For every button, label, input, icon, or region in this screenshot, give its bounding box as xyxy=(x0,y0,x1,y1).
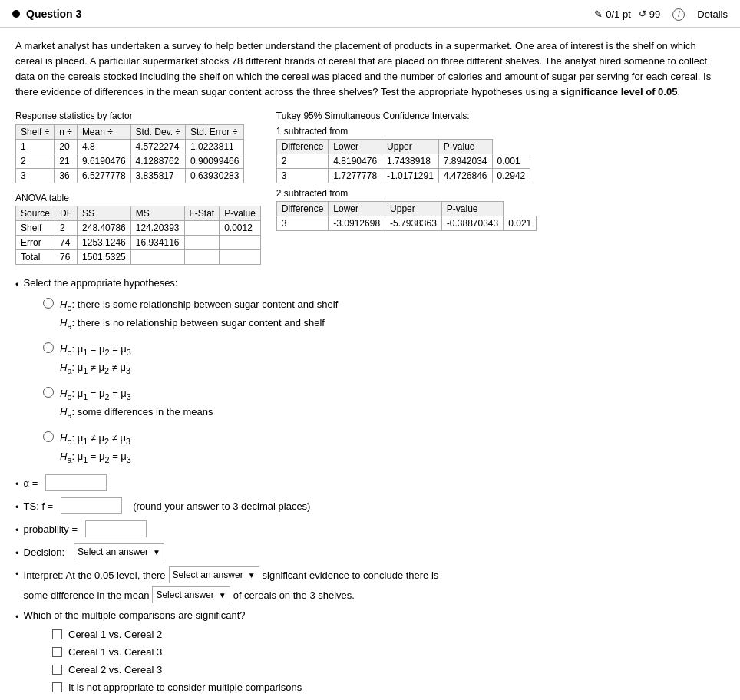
table-row: 2 4.8190476 1.7438918 7.8942034 0.001 xyxy=(276,154,530,169)
radio-circle-3[interactable] xyxy=(43,387,54,398)
checkbox-label-3: Cereal 2 vs. Cereal 3 xyxy=(68,664,162,675)
bullet-icon-mc: • xyxy=(15,611,19,622)
refresh-icon: ↺ xyxy=(639,8,646,19)
radio-option-1[interactable]: Ho: there is some relationship between s… xyxy=(43,296,725,333)
question-label: Question 3 xyxy=(12,8,81,20)
checkbox-label-1: Cereal 1 vs. Cereal 2 xyxy=(68,629,162,640)
radio-option-3[interactable]: Ho: μ1 = μ2 = μ3 Ha: some differences in… xyxy=(43,385,725,422)
hypothesis-2-text: Ho: μ1 = μ2 = μ3 Ha: μ1 ≠ μ2 ≠ μ3 xyxy=(60,341,131,378)
right-tables: Tukey 95% Simultaneous Confidence Interv… xyxy=(276,111,725,231)
interpret-content: Interpret: At the 0.05 level, there Sele… xyxy=(24,566,725,603)
table-row: 2 21 9.6190476 4.1288762 0.90099466 xyxy=(16,154,244,169)
interpret-prefix: Interpret: At the 0.05 level, there xyxy=(24,570,166,581)
anova-table: Source DF SS MS F-Stat P-value Shelf 2 2… xyxy=(15,206,261,265)
chevron-down-icon-2: ▼ xyxy=(248,571,256,579)
table-row: Total 76 1501.5325 xyxy=(16,250,261,265)
interpret-second-line: some difference in the mean Select answe… xyxy=(24,586,355,603)
tukey-section2-subtitle: 2 subtracted from xyxy=(276,188,725,199)
tukey-title: Tukey 95% Simultaneous Confidence Interv… xyxy=(276,111,725,121)
checkbox-label-4: It is not appropriate to consider multip… xyxy=(68,682,302,693)
score-text: 0/1 pt xyxy=(606,8,631,20)
col-n: n ÷ xyxy=(55,125,78,140)
header-right: ✎ 0/1 pt ↺ 99 i Details xyxy=(594,8,728,21)
alpha-item: • α = xyxy=(15,474,725,491)
col-stderr: Std. Error ÷ xyxy=(186,125,244,140)
tukey-section1-subtitle: 1 subtracted from xyxy=(276,126,725,137)
col-mean: Mean ÷ xyxy=(77,125,130,140)
ts-note: (round your answer to 3 decimal places) xyxy=(133,500,310,512)
checkbox-label-2: Cereal 1 vs. Cereal 3 xyxy=(68,646,162,658)
bullet-icon-prob: • xyxy=(15,524,19,536)
checkbox-3[interactable] xyxy=(52,665,62,675)
main-content: A market analyst has undertaken a survey… xyxy=(0,28,740,701)
interpret-middle: significant evidence to conclude there i… xyxy=(263,570,439,581)
multiple-comparisons-item: • Which of the multiple comparisons are … xyxy=(15,609,725,622)
decision-dropdown[interactable]: Select an answer ▼ xyxy=(74,543,164,560)
hypotheses-item: • Select the appropriate hypotheses: xyxy=(15,277,725,290)
hypotheses-label: Select the appropriate hypotheses: xyxy=(24,277,178,289)
table-row: 3 36 6.5277778 3.835817 0.63930283 xyxy=(16,169,244,183)
hypothesis-1-text: Ho: there is some relationship between s… xyxy=(60,296,338,333)
ts-item: • TS: f = (round your answer to 3 decima… xyxy=(15,497,725,514)
tables-row: Response statistics by factor Shelf ÷ n … xyxy=(15,111,725,265)
radio-circle-1[interactable] xyxy=(43,298,54,309)
alpha-label: α = xyxy=(24,477,38,489)
table-row: Shelf 2 248.40786 124.20393 0.0012 xyxy=(16,221,261,236)
ts-label: TS: f = xyxy=(24,500,54,512)
interpret-dropdown-2[interactable]: Select answer ▼ xyxy=(152,586,230,603)
interpret-end: of cereals on the 3 shelves. xyxy=(233,589,355,601)
bullet-icon-alpha: • xyxy=(15,478,19,490)
probability-label: probability = xyxy=(24,523,78,535)
score-badge: ✎ 0/1 pt ↺ 99 xyxy=(594,8,660,20)
checkbox-option-3[interactable]: Cereal 2 vs. Cereal 3 xyxy=(52,664,725,675)
checkbox-1[interactable] xyxy=(52,629,62,639)
bullet-icon-interpret: • xyxy=(15,568,19,579)
tries-text: 99 xyxy=(649,8,660,20)
radio-circle-4[interactable] xyxy=(43,431,54,442)
bullet-icon: • xyxy=(15,279,19,290)
table-row: 3 1.7277778 -1.0171291 4.4726846 0.2942 xyxy=(276,169,530,183)
tukey-table-2: Difference Lower Upper P-value 3 -3.0912… xyxy=(276,201,537,231)
chevron-down-icon: ▼ xyxy=(153,548,160,556)
ts-input[interactable] xyxy=(61,497,122,514)
checkbox-4[interactable] xyxy=(52,682,62,692)
table-row: 3 -3.0912698 -5.7938363 -0.38870343 0.02… xyxy=(276,216,536,231)
interpret-dropdown-1[interactable]: Select an answer ▼ xyxy=(169,566,259,583)
radio-option-4[interactable]: Ho: μ1 ≠ μ2 ≠ μ3 Ha: μ1 = μ2 = μ3 xyxy=(43,430,725,467)
question-title: Question 3 xyxy=(26,8,81,20)
hypothesis-4-text: Ho: μ1 ≠ μ2 ≠ μ3 Ha: μ1 = μ2 = μ3 xyxy=(60,430,131,467)
interpret-item: • Interpret: At the 0.05 level, there Se… xyxy=(15,566,725,603)
tukey-table-1: Difference Lower Upper P-value 2 4.81904… xyxy=(276,139,530,183)
left-tables: Response statistics by factor Shelf ÷ n … xyxy=(15,111,261,265)
col-stddev: Std. Dev. ÷ xyxy=(130,125,185,140)
radio-group-hypotheses: Ho: there is some relationship between s… xyxy=(43,296,725,467)
info-icon: i xyxy=(672,8,685,21)
checkbox-option-1[interactable]: Cereal 1 vs. Cereal 2 xyxy=(52,629,725,640)
details-link[interactable]: Details xyxy=(697,8,728,20)
table-row: 1 20 4.8 4.5722274 1.0223811 xyxy=(16,140,244,154)
multiple-comparisons-label: Which of the multiple comparisons are si… xyxy=(24,609,246,621)
anova-title: ANOVA table xyxy=(15,193,261,203)
hypothesis-3-text: Ho: μ1 = μ2 = μ3 Ha: some differences in… xyxy=(60,385,213,422)
question-header: Question 3 ✎ 0/1 pt ↺ 99 i Details xyxy=(0,0,740,28)
details-icon: i xyxy=(672,8,685,21)
response-stats-title: Response statistics by factor xyxy=(15,111,261,121)
decision-item: • Decision: Select an answer ▼ xyxy=(15,543,725,560)
checkbox-option-4[interactable]: It is not appropriate to consider multip… xyxy=(52,682,725,693)
checkbox-option-2[interactable]: Cereal 1 vs. Cereal 3 xyxy=(52,646,725,658)
alpha-input[interactable] xyxy=(45,474,107,491)
chevron-down-icon-3: ▼ xyxy=(219,591,226,599)
probability-item: • probability = xyxy=(15,520,725,537)
radio-option-2[interactable]: Ho: μ1 = μ2 = μ3 Ha: μ1 ≠ μ2 ≠ μ3 xyxy=(43,341,725,378)
edit-icon: ✎ xyxy=(594,8,603,20)
checkbox-group-comparisons: Cereal 1 vs. Cereal 2 Cereal 1 vs. Cerea… xyxy=(52,629,725,693)
radio-circle-2[interactable] xyxy=(43,342,54,353)
decision-label: Decision: xyxy=(24,546,64,558)
bullet-icon-decision: • xyxy=(15,547,19,559)
response-stats-table: Shelf ÷ n ÷ Mean ÷ Std. Dev. ÷ Std. Erro… xyxy=(15,124,244,183)
probability-input[interactable] xyxy=(85,520,147,537)
checkbox-2[interactable] xyxy=(52,647,62,657)
questions-section: • Select the appropriate hypotheses: Ho:… xyxy=(15,277,725,693)
table-row: Error 74 1253.1246 16.934116 xyxy=(16,236,261,250)
bullet-icon-ts: • xyxy=(15,501,19,513)
